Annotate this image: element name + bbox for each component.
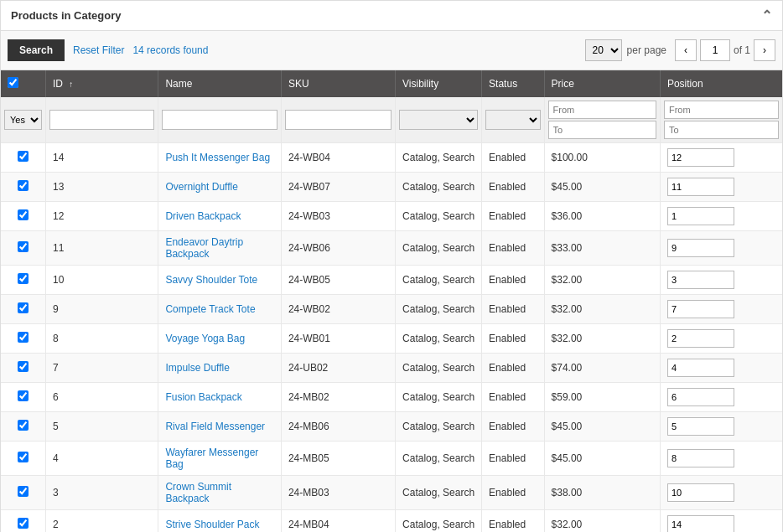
row-checkbox[interactable]	[18, 332, 29, 343]
row-sku: 24-WB06	[281, 231, 395, 266]
table-row: 10 Savvy Shoulder Tote 24-WB05 Catalog, …	[1, 266, 782, 295]
row-price: $36.00	[544, 202, 660, 231]
filter-id-input[interactable]	[49, 110, 154, 130]
row-visibility: Catalog, Search	[396, 295, 482, 324]
row-sku: 24-MB06	[281, 412, 395, 442]
row-checkbox[interactable]	[18, 302, 29, 313]
product-name-link[interactable]: Driven Backpack	[165, 210, 241, 222]
filter-sku-input[interactable]	[285, 110, 392, 130]
table-row: 14 Push It Messenger Bag 24-WB04 Catalog…	[1, 143, 782, 173]
product-name-link[interactable]: Strive Shoulder Pack	[165, 519, 259, 530]
filter-visibility-cell: Catalog, Search Catalog Search Not Visib…	[396, 97, 482, 143]
product-name-link[interactable]: Impulse Duffle	[165, 362, 229, 374]
select-all-checkbox[interactable]	[8, 77, 18, 88]
row-checkbox-cell	[1, 412, 46, 442]
header-position: Position	[660, 70, 782, 97]
row-status: Enabled	[482, 354, 544, 383]
header-id[interactable]: ID ↑	[46, 70, 158, 97]
row-visibility: Catalog, Search	[396, 354, 482, 383]
position-to-input[interactable]	[664, 121, 779, 139]
row-visibility: Catalog, Search	[396, 143, 482, 173]
header-status: Status	[482, 70, 544, 97]
per-page-label: per page	[627, 44, 666, 56]
row-visibility: Catalog, Search	[396, 442, 482, 476]
position-input[interactable]	[667, 417, 734, 436]
position-input[interactable]	[667, 515, 734, 532]
price-range	[548, 101, 656, 139]
search-button[interactable]: Search	[8, 39, 65, 61]
position-input[interactable]	[667, 388, 734, 406]
per-page-select[interactable]: 20 30 50	[585, 39, 622, 61]
collapse-icon[interactable]: ⌃	[761, 8, 772, 23]
row-sku: 24-WB04	[281, 143, 395, 173]
product-name-link[interactable]: Crown Summit Backpack	[165, 481, 231, 504]
product-name-link[interactable]: Rival Field Messenger	[165, 421, 265, 432]
row-name: Wayfarer Messenger Bag	[158, 442, 282, 476]
position-input[interactable]	[667, 359, 734, 377]
product-name-link[interactable]: Wayfarer Messenger Bag	[165, 447, 258, 470]
product-name-link[interactable]: Compete Track Tote	[165, 303, 255, 315]
position-input[interactable]	[667, 271, 734, 289]
row-price: $38.00	[544, 476, 660, 510]
row-position	[660, 266, 782, 295]
table-row: 11 Endeavor Daytrip Backpack 24-WB06 Cat…	[1, 231, 782, 266]
next-page-button[interactable]: ›	[754, 39, 775, 61]
row-checkbox[interactable]	[18, 390, 29, 401]
row-status: Enabled	[482, 231, 544, 266]
row-price: $45.00	[544, 412, 660, 442]
product-name-link[interactable]: Fusion Backpack	[165, 391, 241, 403]
row-checkbox[interactable]	[18, 209, 29, 220]
row-checkbox[interactable]	[18, 273, 29, 284]
position-input[interactable]	[667, 148, 734, 167]
filter-checkbox-cell: Yes No	[1, 97, 46, 143]
row-id: 9	[46, 295, 158, 324]
row-checkbox[interactable]	[18, 486, 29, 497]
price-from-input[interactable]	[548, 101, 656, 119]
row-checkbox[interactable]	[18, 180, 29, 191]
row-checkbox-cell	[1, 266, 46, 295]
product-name-link[interactable]: Voyage Yoga Bag	[165, 333, 245, 344]
row-position	[660, 412, 782, 442]
product-name-link[interactable]: Overnight Duffle	[165, 181, 238, 193]
position-from-input[interactable]	[664, 101, 779, 119]
product-name-link[interactable]: Push It Messenger Bag	[165, 152, 270, 163]
position-input[interactable]	[667, 239, 734, 257]
price-to-input[interactable]	[548, 121, 656, 139]
filter-status-select[interactable]: Enabled Disabled	[485, 110, 540, 130]
row-name: Impulse Duffle	[158, 354, 282, 383]
row-name: Overnight Duffle	[158, 173, 282, 202]
filter-active-select[interactable]: Yes No	[4, 110, 42, 130]
row-visibility: Catalog, Search	[396, 383, 482, 412]
row-status: Enabled	[482, 202, 544, 231]
row-id: 5	[46, 412, 158, 442]
product-name-link[interactable]: Endeavor Daytrip Backpack	[165, 236, 243, 260]
filter-visibility-select[interactable]: Catalog, Search Catalog Search Not Visib…	[399, 110, 478, 130]
row-checkbox[interactable]	[18, 420, 29, 431]
row-sku: 24-WB02	[281, 295, 395, 324]
row-checkbox[interactable]	[18, 452, 29, 462]
page-input[interactable]	[700, 39, 730, 61]
position-input[interactable]	[667, 300, 734, 318]
position-input[interactable]	[667, 483, 734, 502]
position-input[interactable]	[667, 207, 734, 225]
row-checkbox[interactable]	[18, 518, 29, 529]
row-checkbox[interactable]	[18, 241, 29, 252]
row-status: Enabled	[482, 476, 544, 510]
position-input[interactable]	[667, 449, 734, 467]
prev-page-button[interactable]: ‹	[675, 39, 697, 61]
row-name: Push It Messenger Bag	[158, 143, 282, 173]
position-input[interactable]	[667, 178, 734, 196]
row-visibility: Catalog, Search	[396, 412, 482, 442]
row-status: Enabled	[482, 266, 544, 295]
row-price: $33.00	[544, 231, 660, 266]
header-sku: SKU	[281, 70, 395, 97]
product-name-link[interactable]: Savvy Shoulder Tote	[165, 274, 257, 286]
row-price: $45.00	[544, 173, 660, 202]
filter-name-input[interactable]	[162, 110, 277, 130]
row-position	[660, 295, 782, 324]
row-checkbox[interactable]	[18, 151, 29, 162]
reset-filter-button[interactable]: Reset Filter	[73, 44, 124, 56]
row-position	[660, 476, 782, 510]
row-checkbox[interactable]	[18, 361, 29, 372]
position-input[interactable]	[667, 329, 734, 348]
